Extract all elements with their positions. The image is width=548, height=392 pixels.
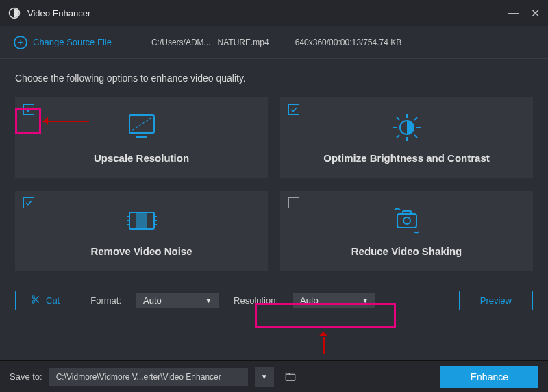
- enhance-label: Enhance: [471, 371, 508, 382]
- resolution-label: Resolution:: [234, 295, 278, 306]
- checkbox-brightness[interactable]: [288, 104, 299, 115]
- save-path-field[interactable]: C:\Vidmore\Vidmore V...erter\Video Enhan…: [49, 368, 248, 386]
- checkbox-upscale[interactable]: [23, 104, 34, 115]
- brightness-icon: [388, 112, 426, 143]
- resolution-value: Auto: [300, 295, 319, 306]
- option-brightness-contrast[interactable]: Optimize Brightness and Contrast: [280, 97, 533, 178]
- svg-rect-21: [397, 214, 416, 228]
- titlebar: Video Enhancer — ✕: [0, 0, 548, 26]
- source-file-path: C:/Users/ADM..._ NATURE.mp4: [151, 38, 269, 47]
- checkbox-noise[interactable]: [23, 197, 34, 208]
- bottom-bar: Save to: C:\Vidmore\Vidmore V...erter\Vi…: [0, 360, 548, 392]
- plus-circle-icon: +: [14, 36, 27, 49]
- page-subtitle: Choose the following options to enhance …: [15, 73, 533, 84]
- main: Choose the following options to enhance …: [0, 59, 548, 317]
- open-folder-button[interactable]: [281, 367, 300, 387]
- svg-rect-28: [286, 374, 295, 380]
- scissors-icon: [31, 295, 40, 306]
- toolbar: + Change Source File C:/Users/ADM..._ NA…: [0, 26, 548, 59]
- option-upscale-resolution[interactable]: Upscale Resolution: [15, 97, 268, 178]
- close-button[interactable]: ✕: [531, 7, 540, 20]
- save-path-dropdown[interactable]: ▼: [255, 367, 274, 387]
- window-controls: — ✕: [508, 7, 540, 20]
- app-title: Video Enhancer: [27, 8, 90, 19]
- format-label: Format:: [90, 295, 121, 306]
- chevron-down-icon: ▼: [362, 297, 369, 304]
- chevron-down-icon: ▼: [205, 297, 212, 304]
- preview-label: Preview: [480, 295, 512, 306]
- svg-line-9: [397, 117, 399, 120]
- resolution-select[interactable]: Auto ▼: [293, 293, 375, 308]
- svg-rect-14: [136, 212, 147, 229]
- svg-line-12: [397, 135, 399, 138]
- svg-point-23: [403, 217, 410, 224]
- save-to-label: Save to:: [10, 371, 42, 382]
- checkbox-shaking[interactable]: [288, 197, 299, 208]
- noise-icon: [123, 206, 161, 236]
- enhance-button[interactable]: Enhance: [440, 366, 538, 388]
- annotation-arrow-resolution: [318, 329, 329, 354]
- change-source-label: Change Source File: [33, 37, 112, 47]
- preview-button[interactable]: Preview: [459, 291, 533, 310]
- svg-line-10: [414, 135, 417, 138]
- option-label: Optimize Brightness and Contrast: [323, 152, 490, 164]
- source-file-meta: 640x360/00:00:13/754.74 KB: [295, 38, 401, 47]
- svg-line-2: [132, 118, 151, 130]
- cut-button[interactable]: Cut: [15, 291, 75, 310]
- option-label: Remove Video Noise: [90, 245, 192, 257]
- svg-line-11: [414, 117, 417, 120]
- option-grid: Upscale Resolution Optimize: [15, 97, 533, 271]
- svg-rect-22: [403, 211, 411, 214]
- format-select[interactable]: Auto ▼: [136, 293, 219, 308]
- minimize-button[interactable]: —: [508, 7, 519, 20]
- format-value: Auto: [143, 295, 162, 306]
- change-source-button[interactable]: + Change Source File: [14, 36, 112, 49]
- option-label: Upscale Resolution: [94, 152, 189, 164]
- option-remove-noise[interactable]: Remove Video Noise: [15, 191, 268, 271]
- option-reduce-shaking[interactable]: Reduce Video Shaking: [280, 191, 533, 271]
- option-label: Reduce Video Shaking: [351, 245, 462, 257]
- shaking-icon: [388, 206, 426, 236]
- cut-label: Cut: [46, 295, 60, 306]
- controls-row: Cut Format: Auto ▼ Resolution: Auto ▼ Pr…: [15, 291, 533, 310]
- upscale-icon: [123, 112, 161, 143]
- folder-icon: [284, 371, 297, 383]
- app-icon: [8, 7, 21, 19]
